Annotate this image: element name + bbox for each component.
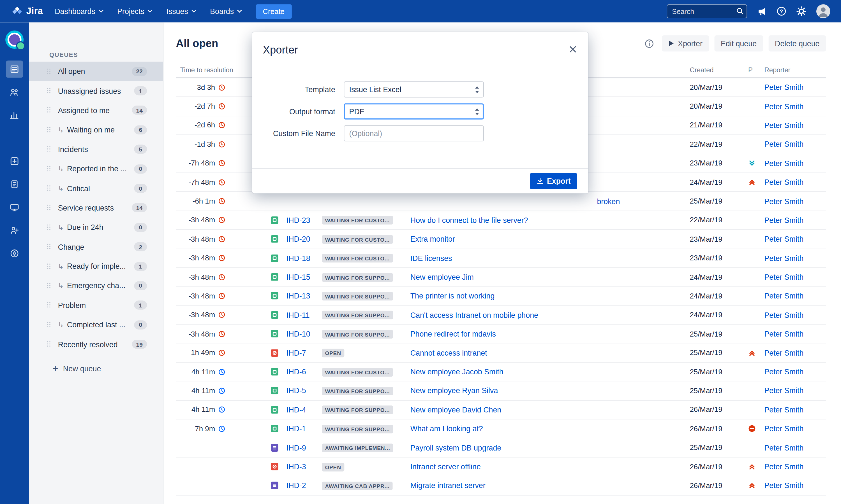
issue-summary-link[interactable]: Phone redirect for mdavis	[410, 329, 496, 338]
queue-waiting-on-me[interactable]: ↳Waiting on me6	[29, 120, 163, 140]
drag-handle-icon[interactable]	[47, 88, 51, 94]
reporter-link[interactable]: Peter Smith	[764, 83, 803, 92]
queue-change[interactable]: Change2	[29, 237, 163, 257]
reporter-link[interactable]: Peter Smith	[764, 159, 803, 168]
edit-queue-button[interactable]: Edit queue	[714, 35, 763, 51]
delete-queue-button[interactable]: Delete queue	[768, 35, 826, 51]
issue-summary-link[interactable]: Cannot access intranet	[410, 348, 487, 357]
nav-boards[interactable]: Boards	[210, 7, 242, 16]
issue-key-link[interactable]: IHD-5	[287, 386, 306, 395]
reporter-link[interactable]: Peter Smith	[764, 178, 803, 186]
reporter-link[interactable]: Peter Smith	[764, 481, 803, 490]
queue-incidents[interactable]: Incidents5	[29, 140, 163, 159]
issue-key-link[interactable]: IHD-9	[287, 443, 306, 452]
reporter-link[interactable]: Peter Smith	[764, 406, 803, 414]
issue-key-link[interactable]: IHD-2	[287, 481, 306, 490]
reporter-link[interactable]: Peter Smith	[764, 462, 803, 471]
issue-summary-link[interactable]: Payroll system DB upgrade	[410, 443, 501, 452]
issue-key-link[interactable]: IHD-15	[287, 273, 310, 282]
reports-icon[interactable]	[6, 107, 23, 124]
reporter-link[interactable]: Peter Smith	[764, 102, 803, 111]
issue-summary-link[interactable]: New employee David Chen	[410, 406, 501, 414]
column-priority[interactable]: P	[745, 66, 761, 74]
drag-handle-icon[interactable]	[47, 205, 51, 211]
issue-key-link[interactable]: IHD-11	[287, 310, 310, 319]
drag-handle-icon[interactable]	[47, 185, 51, 191]
reporter-link[interactable]: Peter Smith	[764, 310, 803, 319]
issue-key-link[interactable]: IHD-20	[287, 235, 310, 244]
jira-logo[interactable]: Jira	[12, 6, 43, 17]
issue-key-link[interactable]: IHD-3	[287, 462, 306, 471]
queue-problem[interactable]: Problem1	[29, 296, 163, 315]
queue-due-in-24h[interactable]: ↳Due in 24h0	[29, 218, 163, 237]
queue-service-requests[interactable]: Service requests14	[29, 198, 163, 218]
issue-summary-link[interactable]: New employee Jacob Smith	[410, 367, 503, 376]
reporter-link[interactable]: Peter Smith	[764, 367, 803, 376]
knowledge-base-icon[interactable]	[6, 176, 23, 193]
search-box[interactable]	[667, 4, 747, 18]
issue-key-link[interactable]: IHD-1	[287, 425, 306, 433]
issue-key-link[interactable]: IHD-4	[287, 406, 306, 414]
raise-request-icon[interactable]	[6, 152, 23, 170]
info-icon[interactable]	[645, 39, 654, 48]
drag-handle-icon[interactable]	[47, 146, 51, 152]
settings-icon[interactable]	[796, 6, 806, 16]
reporter-link[interactable]: Peter Smith	[764, 329, 803, 338]
reporter-link[interactable]: Peter Smith	[764, 443, 803, 452]
issue-key-link[interactable]: IHD-18	[287, 254, 310, 263]
close-icon[interactable]	[569, 46, 577, 53]
issue-summary-link[interactable]: Intranet server offline	[410, 462, 481, 471]
drag-handle-icon[interactable]	[47, 283, 51, 289]
template-select[interactable]: Issue List Excel	[344, 82, 484, 97]
queue-reported-in-the[interactable]: ↳Reported in the ...0	[29, 159, 163, 179]
column-reporter[interactable]: Reporter	[762, 66, 826, 74]
new-queue-button[interactable]: + New queue	[29, 364, 163, 373]
discover-apps-icon[interactable]	[6, 245, 23, 262]
drag-handle-icon[interactable]	[47, 244, 51, 250]
drag-handle-icon[interactable]	[47, 264, 51, 269]
queue-recently-resolved[interactable]: Recently resolved19	[29, 335, 163, 354]
drag-handle-icon[interactable]	[47, 108, 51, 113]
reporter-link[interactable]: Peter Smith	[764, 348, 803, 357]
nav-dashboards[interactable]: Dashboards	[55, 7, 103, 16]
queue-assigned-to-me[interactable]: Assigned to me14	[29, 101, 163, 120]
issue-summary-link[interactable]: What am I looking at?	[410, 425, 483, 433]
reporter-link[interactable]: Peter Smith	[764, 292, 803, 301]
export-button[interactable]: Export	[530, 173, 577, 189]
drag-handle-icon[interactable]	[47, 322, 51, 328]
issue-key-link[interactable]: IHD-7	[287, 348, 306, 357]
queue-ready-for-imple[interactable]: ↳Ready for imple...1	[29, 256, 163, 276]
create-button[interactable]: Create	[256, 4, 292, 18]
issue-summary-link[interactable]: Can't access Intranet on mobile phone	[410, 310, 538, 319]
queues-icon[interactable]	[6, 60, 23, 77]
customer-channels-icon[interactable]	[6, 199, 23, 216]
reporter-link[interactable]: Peter Smith	[764, 386, 803, 395]
custom-file-name-input[interactable]	[344, 125, 484, 141]
xporter-button[interactable]: Xporter	[662, 35, 709, 51]
issue-summary-link[interactable]: The printer is not working	[410, 292, 495, 301]
invite-team-icon[interactable]	[6, 222, 23, 239]
queue-completed-last[interactable]: ↳Completed last ...0	[29, 315, 163, 335]
output-format-select[interactable]: PDF	[344, 103, 484, 119]
reporter-link[interactable]: Peter Smith	[764, 216, 803, 224]
queue-all-open[interactable]: All open22	[29, 61, 163, 81]
drag-handle-icon[interactable]	[47, 302, 51, 308]
reporter-link[interactable]: Peter Smith	[764, 273, 803, 282]
column-created[interactable]: Created	[688, 66, 746, 74]
reporter-link[interactable]: Peter Smith	[764, 140, 803, 149]
reporter-link[interactable]: Peter Smith	[764, 254, 803, 263]
issue-key-link[interactable]: IHD-13	[287, 292, 310, 301]
reporter-link[interactable]: Peter Smith	[764, 235, 803, 244]
drag-handle-icon[interactable]	[47, 166, 51, 172]
announcements-icon[interactable]	[757, 7, 767, 16]
queue-critical[interactable]: ↳Critical0	[29, 179, 163, 198]
reporter-link[interactable]: Peter Smith	[764, 121, 803, 130]
queue-unassigned-issues[interactable]: Unassigned issues1	[29, 81, 163, 101]
issue-summary-link[interactable]: broken	[597, 197, 620, 205]
queue-emergency-cha[interactable]: ↳Emergency cha...0	[29, 276, 163, 296]
reporter-link[interactable]: Peter Smith	[764, 197, 803, 205]
issue-key-link[interactable]: IHD-10	[287, 329, 310, 338]
drag-handle-icon[interactable]	[47, 68, 51, 74]
project-avatar[interactable]	[5, 31, 23, 49]
issue-summary-link[interactable]: New employee Jim	[410, 273, 474, 282]
